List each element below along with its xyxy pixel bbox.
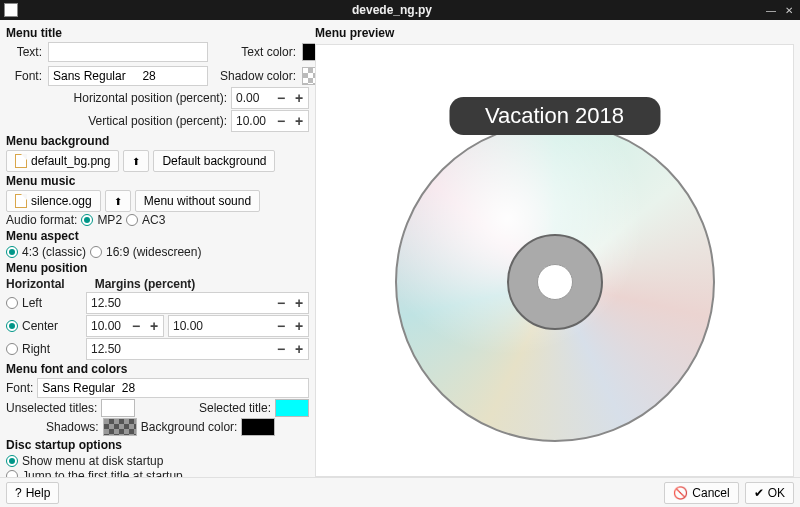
title-text-input[interactable] — [48, 42, 208, 62]
file-icon — [15, 194, 27, 208]
radio-43[interactable] — [6, 246, 18, 258]
window-title: devede_ng.py — [24, 3, 760, 17]
vpos-label: Vertical position (percent): — [6, 114, 227, 128]
vpos-spinner[interactable]: 10.00−+ — [231, 110, 309, 132]
bg-file-button[interactable]: default_bg.png — [6, 150, 119, 172]
music-file-button[interactable]: silence.ogg — [6, 190, 101, 212]
preview-canvas: Vacation 2018 — [315, 44, 794, 477]
minus-icon[interactable]: − — [272, 113, 290, 129]
radio-ac3[interactable] — [126, 214, 138, 226]
bg-color-label: Background color: — [141, 420, 238, 434]
section-menu-preview: Menu preview — [315, 26, 794, 40]
plus-icon[interactable]: + — [290, 113, 308, 129]
bg-color-swatch[interactable] — [241, 418, 275, 436]
dialog-footer: ?Help 🚫Cancel ✔OK — [0, 477, 800, 507]
plus-icon[interactable]: + — [290, 341, 308, 357]
file-icon — [15, 154, 27, 168]
radio-169[interactable] — [90, 246, 102, 258]
minus-icon[interactable]: − — [272, 90, 290, 106]
radio-left[interactable] — [6, 297, 18, 309]
preview-title-banner: Vacation 2018 — [449, 97, 660, 135]
help-icon: ? — [15, 486, 22, 500]
check-icon: ✔ — [754, 486, 764, 500]
section-menu-title: Menu title — [6, 26, 309, 40]
unselected-color-swatch[interactable] — [101, 399, 135, 417]
text-color-label: Text color: — [214, 45, 296, 59]
fc-font-label: Font: — [6, 381, 33, 395]
minus-icon[interactable]: − — [272, 318, 290, 334]
music-upload-button[interactable] — [105, 190, 131, 212]
center-margin1-spinner[interactable]: 10.00−+ — [86, 315, 164, 337]
text-color-swatch[interactable] — [302, 43, 315, 61]
music-none-button[interactable]: Menu without sound — [135, 190, 260, 212]
plus-icon[interactable]: + — [290, 318, 308, 334]
right-margin-spinner[interactable]: 12.50−+ — [86, 338, 309, 360]
bg-default-button[interactable]: Default background — [153, 150, 275, 172]
section-menu-background: Menu background — [6, 134, 309, 148]
radio-show-menu[interactable] — [6, 455, 18, 467]
plus-icon[interactable]: + — [290, 295, 308, 311]
cancel-button[interactable]: 🚫Cancel — [664, 482, 738, 504]
section-menu-position: Menu position — [6, 261, 309, 275]
left-margin-spinner[interactable]: 12.50−+ — [86, 292, 309, 314]
settings-panel: Menu title Text: Text color: Font: Shado… — [0, 20, 315, 477]
selected-title-label: Selected title: — [199, 401, 271, 415]
minimize-button[interactable]: — — [764, 5, 778, 16]
help-button[interactable]: ?Help — [6, 482, 59, 504]
radio-jump-first[interactable] — [6, 470, 18, 477]
shadow-color-swatch[interactable] — [302, 67, 315, 85]
section-disc-startup: Disc startup options — [6, 438, 309, 452]
cancel-icon: 🚫 — [673, 486, 688, 500]
plus-icon[interactable]: + — [145, 318, 163, 334]
audio-format-label: Audio format: — [6, 213, 77, 227]
disc-graphic — [395, 122, 715, 442]
font-label: Font: — [6, 69, 42, 83]
unselected-titles-label: Unselected titles: — [6, 401, 97, 415]
margins-header: Margins (percent) — [95, 277, 196, 291]
radio-mp2[interactable] — [81, 214, 93, 226]
minus-icon[interactable]: − — [272, 341, 290, 357]
shadows-label: Shadows: — [46, 420, 99, 434]
fc-font-input[interactable] — [37, 378, 309, 398]
selected-color-swatch[interactable] — [275, 399, 309, 417]
ok-button[interactable]: ✔OK — [745, 482, 794, 504]
minus-icon[interactable]: − — [272, 295, 290, 311]
window-body: Menu title Text: Text color: Font: Shado… — [0, 20, 800, 507]
app-icon — [4, 3, 18, 17]
horizontal-header: Horizontal — [6, 277, 65, 291]
title-font-input[interactable] — [48, 66, 208, 86]
section-menu-music: Menu music — [6, 174, 309, 188]
center-margin2-spinner[interactable]: 10.00−+ — [168, 315, 309, 337]
bg-upload-button[interactable] — [123, 150, 149, 172]
text-label: Text: — [6, 45, 42, 59]
close-button[interactable]: ✕ — [782, 5, 796, 16]
hpos-label: Horizontal position (percent): — [6, 91, 227, 105]
section-font-colors: Menu font and colors — [6, 362, 309, 376]
titlebar: devede_ng.py — ✕ — [0, 0, 800, 20]
radio-right[interactable] — [6, 343, 18, 355]
radio-center[interactable] — [6, 320, 18, 332]
hpos-spinner[interactable]: 0.00−+ — [231, 87, 309, 109]
plus-icon[interactable]: + — [290, 90, 308, 106]
shadow-color-label: Shadow color: — [214, 69, 296, 83]
section-menu-aspect: Menu aspect — [6, 229, 309, 243]
shadows-color-swatch[interactable] — [103, 418, 137, 436]
minus-icon[interactable]: − — [127, 318, 145, 334]
